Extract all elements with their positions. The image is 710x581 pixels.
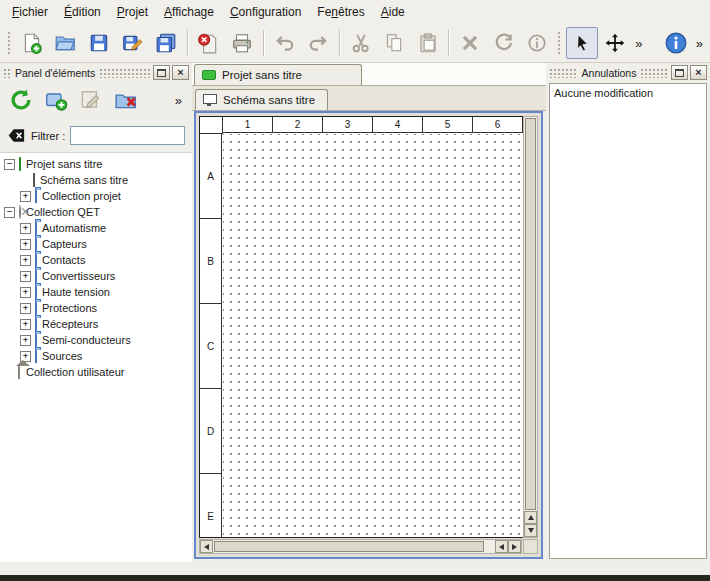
toolbar-grip[interactable]	[7, 31, 12, 55]
menu-fichier[interactable]: Fichier	[4, 2, 56, 22]
toolbar-overflow-chevron[interactable]: »	[632, 36, 645, 51]
menu-configuration[interactable]: Configuration	[222, 2, 309, 22]
copy-button[interactable]	[378, 27, 410, 59]
diagram-canvas-area[interactable]: 1 2 3 4 5 6 A B C D E	[199, 116, 526, 538]
new-element-button[interactable]	[43, 87, 69, 113]
arrow-down-icon	[528, 528, 534, 533]
save-as-button[interactable]	[117, 27, 149, 59]
project-icon	[19, 157, 21, 171]
undo-button[interactable]	[269, 27, 301, 59]
new-document-button[interactable]	[16, 27, 48, 59]
tree-item-recepteurs[interactable]: Récepteurs	[0, 316, 192, 332]
open-project-button[interactable]	[50, 27, 82, 59]
toolbar-overflow-chevron[interactable]: »	[693, 36, 706, 51]
toolbar-grip[interactable]	[557, 31, 562, 55]
expand-expander-icon[interactable]	[20, 287, 31, 298]
cut-button[interactable]	[345, 27, 377, 59]
horizontal-scrollbar-track[interactable]	[485, 540, 495, 553]
tree-item-collection-utilisateur[interactable]: Collection utilisateur	[0, 364, 192, 380]
vertical-scrollbar-thumb[interactable]	[525, 118, 536, 510]
information-button[interactable]	[660, 27, 692, 59]
panel-overflow-chevron[interactable]: »	[175, 93, 184, 108]
expand-expander-icon[interactable]	[20, 319, 31, 330]
dock-grip-icon[interactable]	[99, 68, 151, 78]
dock-grip-icon[interactable]	[640, 68, 669, 78]
vertical-scrollbar[interactable]	[523, 116, 538, 538]
tree-item-semi-conducteurs[interactable]: Semi-conducteurs	[0, 332, 192, 348]
expand-expander-icon[interactable]	[20, 191, 31, 202]
scroll-right-button[interactable]	[508, 540, 521, 553]
undo-panel-header[interactable]: Annulations	[549, 65, 707, 80]
menu-label: onfiguration	[239, 5, 302, 19]
save-all-button[interactable]	[150, 27, 182, 59]
expand-expander-icon[interactable]	[20, 271, 31, 282]
ruler-row-label: E	[200, 474, 222, 538]
scroll-left-button[interactable]	[495, 540, 508, 553]
tree-item-label: Convertisseurs	[42, 270, 115, 282]
menu-edition[interactable]: Édition	[56, 2, 109, 22]
filter-input[interactable]	[70, 126, 185, 145]
tab-project[interactable]: Projet sans titre	[194, 64, 362, 85]
dock-grip-icon[interactable]	[549, 68, 578, 78]
tree-item-contacts[interactable]: Contacts	[0, 252, 192, 268]
dock-grip-icon[interactable]	[3, 68, 11, 78]
toolbar-separator	[444, 30, 453, 56]
expand-expander-icon[interactable]	[20, 239, 31, 250]
menu-projet[interactable]: Projet	[109, 2, 156, 22]
rotate-button[interactable]	[488, 27, 520, 59]
delete-button[interactable]	[454, 27, 486, 59]
collapse-expander-icon[interactable]	[4, 159, 15, 170]
move-arrows-icon	[604, 32, 626, 54]
diagram-grid-canvas[interactable]	[223, 134, 523, 538]
undo-list[interactable]: Aucune modification	[549, 83, 707, 559]
close-panel-button[interactable]	[172, 65, 189, 80]
tree-item-automatisme[interactable]: Automatisme	[0, 220, 192, 236]
element-info-button[interactable]	[522, 27, 554, 59]
select-tool-button[interactable]	[566, 27, 598, 59]
redo-button[interactable]	[302, 27, 334, 59]
collections-tree[interactable]: Projet sans titre Schéma sans titre Coll…	[0, 152, 192, 562]
tree-item-protections[interactable]: Protections	[0, 300, 192, 316]
scroll-down-button[interactable]	[524, 524, 537, 537]
reload-collections-button[interactable]	[8, 87, 34, 113]
tree-item-collection-qet[interactable]: Collection QET	[0, 204, 192, 220]
collapse-expander-icon[interactable]	[4, 207, 15, 218]
folder-icon	[35, 237, 37, 251]
tree-item-diagram[interactable]: Schéma sans titre	[0, 172, 192, 188]
tree-item-project[interactable]: Projet sans titre	[0, 156, 192, 172]
tree-item-haute-tension[interactable]: Haute tension	[0, 284, 192, 300]
horizontal-scrollbar-thumb[interactable]	[214, 541, 484, 552]
clear-filter-button[interactable]	[7, 126, 26, 145]
paste-button[interactable]	[412, 27, 444, 59]
close-panel-button[interactable]	[690, 65, 707, 80]
menu-fenetres[interactable]: Fenêtres	[309, 2, 372, 22]
expand-expander-icon[interactable]	[20, 255, 31, 266]
tab-diagram[interactable]: Schéma sans titre	[195, 89, 328, 110]
menu-aide[interactable]: Aide	[373, 2, 413, 22]
diagram-icon	[203, 94, 217, 104]
tree-item-capteurs[interactable]: Capteurs	[0, 236, 192, 252]
elements-panel-toolbar: »	[0, 80, 192, 117]
expand-expander-icon[interactable]	[20, 335, 31, 346]
rotate-icon	[493, 32, 515, 54]
arrow-left-icon	[499, 544, 504, 550]
tree-item-convertisseurs[interactable]: Convertisseurs	[0, 268, 192, 284]
move-tool-button[interactable]	[600, 27, 632, 59]
elements-panel-header[interactable]: Panel d'éléments	[3, 65, 189, 80]
horizontal-scrollbar[interactable]	[199, 539, 522, 554]
float-panel-button[interactable]	[671, 65, 688, 80]
delete-element-button[interactable]	[113, 87, 139, 113]
tree-item-collection-projet[interactable]: Collection projet	[0, 188, 192, 204]
save-button[interactable]	[83, 27, 115, 59]
tree-item-label: Collection utilisateur	[26, 366, 124, 378]
edit-element-button[interactable]	[78, 87, 104, 113]
close-file-button[interactable]	[193, 27, 225, 59]
float-panel-button[interactable]	[153, 65, 170, 80]
expand-expander-icon[interactable]	[20, 303, 31, 314]
menu-affichage[interactable]: Affichage	[156, 2, 222, 22]
scroll-up-button[interactable]	[524, 511, 537, 524]
scroll-left-button[interactable]	[200, 540, 213, 553]
expand-expander-icon[interactable]	[20, 223, 31, 234]
print-button[interactable]	[226, 27, 258, 59]
ruler-corner	[200, 117, 223, 134]
